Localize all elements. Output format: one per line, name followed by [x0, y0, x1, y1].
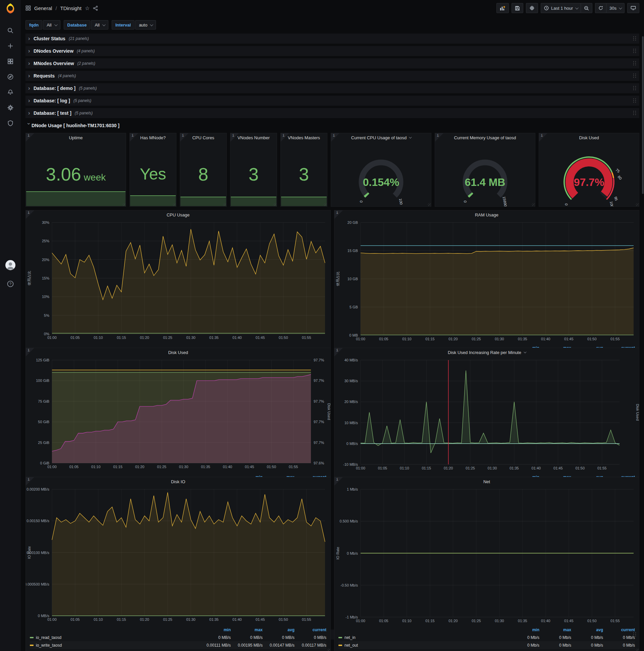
svg-text:01:30: 01:30 [488, 466, 497, 470]
panel-title[interactable]: Net [334, 477, 639, 486]
share-icon[interactable] [93, 6, 98, 11]
panel-title[interactable]: Uptime [26, 133, 126, 142]
row-database-test[interactable]: › Database: [ test ] (5 panels) [26, 108, 639, 118]
time-series-plot[interactable]: 01:0001:0501:1001:1501:2001:2501:3001:35… [26, 486, 330, 625]
legend-series-io_read_taosd[interactable]: io_read_taosd0 MB/s0 MB/s0 MB/s0 MB/s [30, 633, 326, 641]
time-series-plot[interactable]: 01:0001:0501:1001:1501:2001:2501:3001:35… [334, 486, 639, 625]
row-dnodes-overview[interactable]: › DNodes Overview (4 panels) [26, 46, 639, 56]
scrollbar-thumb[interactable] [642, 36, 644, 194]
panel-info-icon[interactable]: i [26, 133, 34, 142]
svg-text:97.7%: 97.7% [314, 441, 324, 445]
panel-info-icon[interactable]: i [435, 133, 443, 142]
create-plus-icon[interactable] [0, 38, 21, 54]
row-drag-handle[interactable] [633, 36, 637, 41]
panel-info-icon[interactable]: i [331, 133, 340, 142]
server-admin-shield-icon[interactable] [0, 116, 21, 131]
svg-text:01:10: 01:10 [94, 336, 103, 340]
svg-text:20%: 20% [42, 258, 49, 262]
breadcrumb-folder[interactable]: General [34, 5, 52, 11]
dashboard-settings-button[interactable] [526, 3, 538, 13]
legend-series-net_out[interactable]: net_out0 Mb/s0 Mb/s0 Mb/s0 Mb/s [339, 641, 635, 649]
svg-text:01:30: 01:30 [495, 619, 504, 623]
row-drag-handle[interactable] [633, 111, 637, 116]
svg-text:0: 0 [564, 203, 569, 206]
row-cluster-status[interactable]: › Cluster Status (21 panels) [26, 34, 639, 43]
svg-text:100 GiB: 100 GiB [36, 378, 49, 382]
svg-text:01:15: 01:15 [117, 617, 126, 621]
svg-text:01:50: 01:50 [587, 619, 597, 623]
help-icon[interactable]: ? [0, 276, 21, 291]
star-icon[interactable]: ☆ [85, 5, 90, 11]
svg-text:01:05: 01:05 [379, 619, 388, 623]
time-series-plot[interactable]: 01:0001:0501:1001:1501:2001:2501:3001:35… [334, 219, 639, 343]
cycle-view-mode-button[interactable] [627, 3, 639, 13]
panel-title[interactable]: Disk Used [26, 348, 330, 357]
svg-text:-0.50 Mb/s: -0.50 Mb/s [341, 583, 358, 587]
panel-info-icon[interactable]: i [334, 210, 343, 219]
row-drag-handle[interactable] [633, 48, 637, 54]
panel-info-icon[interactable]: i [26, 477, 34, 486]
row-drag-handle[interactable] [633, 73, 637, 79]
time-range-picker[interactable]: Last 1 hour [541, 3, 581, 13]
panel-info-icon[interactable]: i [26, 210, 34, 219]
panel-info-icon[interactable]: i [130, 133, 138, 142]
svg-text:01:10: 01:10 [402, 619, 412, 623]
row-mnodes-overview[interactable]: › MNodes Overview (2 panels) [26, 58, 639, 68]
panel-title[interactable]: CPU Usage [26, 210, 330, 219]
refresh-interval-picker[interactable]: 30s [606, 3, 624, 13]
variable-fqdn[interactable]: fqdn All [26, 20, 60, 30]
search-icon[interactable] [0, 23, 21, 38]
row-drag-handle[interactable] [633, 98, 637, 103]
user-avatar[interactable] [5, 260, 15, 270]
svg-text:5%: 5% [44, 313, 49, 317]
legend-series-io_write_taosd[interactable]: io_write_taosd0.00111 MB/s0.00195 MB/s0.… [30, 641, 326, 649]
row-requests[interactable]: › Requests (4 panels) [26, 71, 639, 81]
panel-info-icon[interactable]: i [230, 133, 239, 142]
row-dnode-usage[interactable]: › DNode Usage [ huolinhe-TM1701:6030 ] [26, 121, 639, 130]
svg-text:01:30: 01:30 [186, 336, 196, 340]
variable-interval[interactable]: Interval auto [112, 20, 156, 30]
time-series-plot[interactable]: 01:0001:0501:1001:1501:2001:2501:3001:35… [334, 357, 639, 472]
row-drag-handle[interactable] [633, 61, 637, 66]
alerting-bell-icon[interactable] [0, 85, 21, 100]
svg-text:01:45: 01:45 [256, 617, 265, 621]
panel-info-icon[interactable]: i [539, 133, 547, 142]
row-database-demo[interactable]: › Database: [ demo ] (5 panels) [26, 83, 639, 93]
variable-database[interactable]: Database All [64, 20, 108, 30]
panel-info-icon[interactable]: i [180, 133, 189, 142]
panel-title[interactable]: Disk Used Increasing Rate per Minute [334, 348, 639, 357]
panel-info-icon[interactable]: i [26, 348, 34, 356]
panel-title[interactable]: Disk Used [539, 133, 639, 142]
svg-text:97.7%: 97.7% [314, 399, 324, 403]
panel-title[interactable]: Current Memory Usage of taosd [435, 133, 535, 142]
svg-text:01:25: 01:25 [163, 617, 172, 621]
save-dashboard-button[interactable] [512, 3, 523, 13]
legend-series-net_in[interactable]: net_in0 Mb/s0 Mb/s0 Mb/s0 Mb/s [339, 633, 635, 641]
panel-gauge-memory-usage: i Current Memory Usage of taosd 01589061… [435, 133, 535, 207]
explore-compass-icon[interactable] [0, 69, 21, 85]
breadcrumb-dashboard[interactable]: TDinsight [60, 5, 82, 11]
panel-title[interactable]: RAM Usage [334, 210, 639, 219]
panel-info-icon[interactable]: i [281, 133, 289, 142]
svg-text:40 MB/s: 40 MB/s [345, 358, 358, 362]
svg-text:Disk Used: Disk Used [327, 403, 330, 420]
add-panel-button[interactable] [496, 3, 509, 13]
panel-title[interactable]: Current CPU Usage of taosd [331, 133, 431, 142]
breadcrumb[interactable]: General / TDinsight ☆ [26, 5, 98, 11]
configuration-gear-icon[interactable] [0, 100, 21, 116]
row-drag-handle[interactable] [633, 86, 637, 91]
zoom-out-time-button[interactable] [581, 3, 592, 13]
time-series-plot[interactable]: 01:0001:0501:1001:1501:2001:2501:3001:35… [26, 357, 330, 472]
dashboards-grid-icon[interactable] [0, 54, 21, 69]
panel-info-icon[interactable]: i [334, 348, 343, 356]
grafana-logo[interactable] [5, 3, 16, 14]
svg-text:01:55: 01:55 [302, 336, 311, 340]
row-database-log[interactable]: › Database: [ log ] (5 panels) [26, 96, 639, 106]
refresh-button[interactable] [595, 3, 606, 13]
panel-info-icon[interactable]: i [334, 477, 343, 486]
svg-text:01:05: 01:05 [69, 465, 79, 469]
legend-header: minmaxavgcurrent [30, 626, 326, 633]
row-drag-handle[interactable] [633, 632, 637, 637]
time-series-plot[interactable]: 01:0001:0501:1001:1501:2001:2501:3001:35… [26, 219, 330, 351]
panel-title[interactable]: Disk IO [26, 477, 330, 486]
